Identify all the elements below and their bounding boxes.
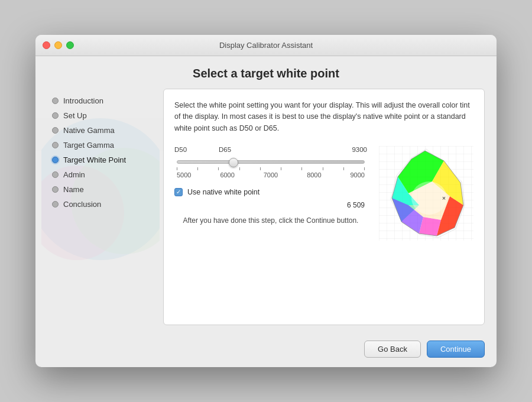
sidebar-item-setup[interactable]: Set Up	[47, 108, 154, 123]
sidebar-dot	[52, 127, 59, 134]
page-title: Select a target white point	[35, 56, 497, 89]
sidebar-item-target-white-point[interactable]: Target White Point	[47, 153, 154, 167]
slider-thumb[interactable]	[229, 158, 238, 167]
use-native-checkbox[interactable]: ✓	[174, 188, 183, 196]
window-body: Select a target white point Introduction	[35, 56, 497, 367]
sidebar-dot	[52, 98, 59, 104]
cie-svg: ×	[379, 146, 473, 241]
sidebar-label: Admin	[63, 170, 85, 179]
main-window: Display Calibrator Assistant Select a ta…	[35, 35, 497, 367]
label-d65: D65	[219, 146, 231, 153]
sidebar-label: Target White Point	[63, 155, 126, 164]
tick-label-8000: 8000	[307, 171, 321, 179]
label-9300: 9300	[352, 146, 367, 153]
checkbox-label: Use native white point	[187, 188, 259, 196]
cie-diagram: ×	[379, 146, 473, 241]
tick	[260, 167, 261, 170]
white-point-slider[interactable]	[177, 160, 365, 164]
main-panel: Select the white point setting you want …	[163, 89, 485, 325]
continue-button[interactable]: Continue	[427, 341, 485, 358]
tick	[343, 167, 344, 170]
sidebar-item-admin[interactable]: Admin	[47, 167, 154, 182]
tick	[239, 167, 240, 170]
go-back-button[interactable]: Go Back	[364, 341, 421, 358]
checkmark-icon: ✓	[176, 189, 181, 195]
slider-top-labels: D50 D65 9300	[174, 146, 367, 157]
sidebar-nav: Introduction Set Up Native Gamma Target …	[47, 89, 154, 212]
sidebar-item-introduction[interactable]: Introduction	[47, 93, 154, 108]
sidebar-dot-active	[52, 157, 59, 163]
sidebar-dot	[52, 142, 59, 148]
close-button[interactable]	[43, 41, 50, 49]
tick-label-6000: 6000	[220, 171, 234, 179]
tick-label-7000: 7000	[264, 171, 278, 179]
sidebar-item-conclusion[interactable]: Conclusion	[47, 197, 154, 212]
slider-section: D50 D65 9300	[174, 146, 367, 225]
sidebar-item-target-gamma[interactable]: Target Gamma	[47, 138, 154, 153]
description-text: Select the white point setting you want …	[174, 100, 473, 134]
window-title: Display Calibrator Assistant	[219, 41, 313, 50]
tick-label-9000: 9000	[351, 171, 365, 179]
sidebar-label: Conclusion	[63, 200, 101, 209]
sidebar-label: Target Gamma	[63, 141, 114, 150]
sidebar-dot	[52, 112, 59, 119]
content-area: Introduction Set Up Native Gamma Target …	[35, 89, 497, 335]
label-d50: D50	[174, 146, 187, 153]
slider-track	[177, 160, 365, 164]
sidebar-dot	[52, 201, 59, 208]
titlebar: Display Calibrator Assistant	[35, 35, 497, 56]
sidebar-label: Set Up	[63, 111, 87, 120]
continue-instruction: After you have done this step, click the…	[174, 216, 367, 225]
tick	[323, 167, 323, 170]
tick	[364, 167, 365, 170]
sidebar-item-native-gamma[interactable]: Native Gamma	[47, 123, 154, 138]
tick	[218, 167, 219, 170]
minimize-button[interactable]	[54, 41, 62, 49]
sidebar: Introduction Set Up Native Gamma Target …	[47, 89, 154, 325]
slider-bottom-labels: 5000 6000 7000 8000 9000	[174, 170, 367, 179]
tick-label-5000: 5000	[177, 171, 191, 179]
value-display: 6 509	[174, 201, 365, 209]
button-bar: Go Back Continue	[35, 335, 497, 367]
cie-marker: ×	[442, 194, 446, 202]
sidebar-label: Name	[63, 185, 84, 194]
sidebar-dot	[52, 171, 59, 178]
sidebar-label: Native Gamma	[63, 126, 115, 135]
slider-cie-row: D50 D65 9300	[174, 146, 473, 241]
tick	[177, 167, 177, 170]
sidebar-dot	[52, 186, 59, 193]
maximize-button[interactable]	[66, 41, 74, 49]
traffic-lights	[43, 41, 74, 49]
tick	[301, 167, 302, 170]
sidebar-label: Introduction	[63, 96, 103, 105]
tick	[281, 167, 281, 170]
native-white-point-row[interactable]: ✓ Use native white point	[174, 188, 367, 196]
sidebar-item-name[interactable]: Name	[47, 182, 154, 197]
tick	[197, 167, 198, 170]
